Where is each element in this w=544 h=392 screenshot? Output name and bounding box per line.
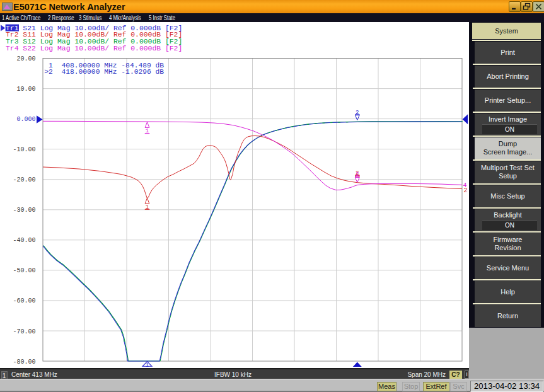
svg-text:-40.00: -40.00: [13, 237, 35, 244]
svg-text:-80.00: -80.00: [13, 359, 35, 366]
svg-text:-60.00: -60.00: [13, 297, 35, 304]
svg-text:2: 2: [463, 187, 467, 194]
svg-text:-10.00: -10.00: [13, 146, 35, 153]
svg-text:-20.00: -20.00: [13, 176, 35, 183]
svg-text:0.000: 0.000: [16, 116, 35, 123]
svg-text:>2 418.00000 MHz -1.0296 dB: >2 418.00000 MHz -1.0296 dB: [44, 68, 164, 76]
svg-text:Tr4 S22 Log Mag 10.00dB/ Ref 0: Tr4 S22 Log Mag 10.00dB/ Ref 0.000dB [F2…: [6, 45, 182, 52]
svg-text:20.00: 20.00: [16, 55, 35, 62]
svg-text:-70.00: -70.00: [13, 328, 35, 335]
svg-text:1: 1: [146, 362, 149, 368]
svg-text:-50.00: -50.00: [13, 267, 35, 274]
svg-text:-30.00: -30.00: [13, 207, 35, 214]
svg-text:10.00: 10.00: [16, 86, 35, 93]
